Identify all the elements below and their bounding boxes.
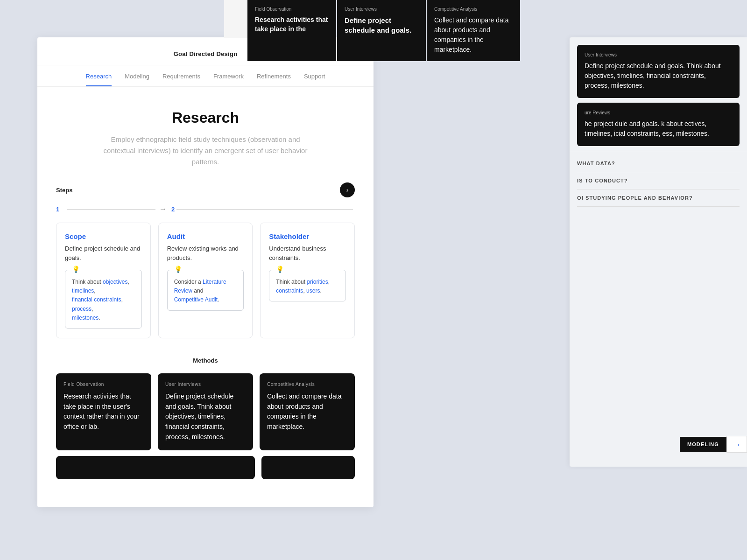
modeling-button-container[interactable]: MODELING → — [680, 436, 747, 453]
link-competitive-audit[interactable]: Competitive Audit — [174, 296, 218, 303]
right-panel: User Interviews Define project schedule … — [570, 37, 747, 467]
popup-field-observation-tag: Field Observation — [255, 7, 329, 12]
step-line-1 — [67, 209, 155, 210]
popup-user-interviews-tag: User Interviews — [345, 7, 418, 12]
tab-research[interactable]: Research — [86, 73, 112, 86]
methods-cards: Field Observation Research activities th… — [56, 373, 355, 450]
popup-competitive-analysis-card: Competitive Analysis Collect and compare… — [427, 0, 520, 61]
lightbulb-icon: 💡 — [71, 266, 81, 273]
popup-field-observation-card: Field Observation Research activities th… — [247, 0, 336, 61]
tab-modeling[interactable]: Modeling — [125, 73, 149, 86]
partial-card-2 — [261, 456, 355, 479]
modeling-arrow-icon[interactable]: → — [726, 436, 747, 453]
stakeholder-tip-box: 💡 Think about priorities, constraints, u… — [269, 270, 346, 301]
steps-progress: 1 → 2 — [37, 205, 374, 213]
scope-tip-box: 💡 Think about objectives, timelines, fin… — [65, 270, 142, 329]
right-lit-reviews-text: he project dule and goals. k about ectiv… — [585, 119, 732, 139]
comp-anal-tag: Competitive Analysis — [267, 382, 347, 387]
hero-description: Employ ethnographic field study techniqu… — [98, 134, 313, 168]
step-card-scope: Scope Define project schedule and goals.… — [56, 223, 151, 338]
step-arrow-icon: → — [159, 205, 167, 213]
tab-requirements[interactable]: Requirements — [162, 73, 200, 86]
right-panel-divider — [570, 151, 747, 151]
field-obs-tag: Field Observation — [63, 382, 144, 387]
audit-title: Audit — [167, 232, 244, 240]
scope-title: Scope — [65, 232, 142, 240]
popup-user-interviews-text: Define project schedule and goals. — [345, 15, 418, 35]
field-obs-desc: Research activities that take place in t… — [63, 392, 144, 432]
step-number-2: 2 — [171, 206, 175, 213]
right-lit-reviews-tag: ure Reviews — [585, 110, 732, 115]
partial-card-1 — [56, 456, 255, 479]
link-milestones[interactable]: milestones — [72, 315, 99, 321]
link-process[interactable]: process — [72, 306, 92, 312]
tab-refinements[interactable]: Refinements — [257, 73, 291, 86]
steps-header: Steps › — [37, 182, 374, 197]
steps-label: Steps — [56, 187, 72, 194]
step-line-2 — [176, 209, 353, 210]
step-card-audit: Audit Review existing works and products… — [158, 223, 253, 338]
link-financial-constraints[interactable]: financial constraints — [72, 296, 121, 303]
audit-tip-box: 💡 Consider a Literature Review and Compe… — [167, 270, 244, 311]
right-user-interviews-card: User Interviews Define project schedule … — [577, 45, 740, 98]
link-users[interactable]: users — [306, 287, 320, 294]
lightbulb-icon-2: 💡 — [173, 266, 183, 273]
right-questions-list: WHAT DATA? IS TO CONDUCT? OI STUDYING PE… — [570, 155, 747, 207]
modeling-button-label[interactable]: MODELING — [680, 437, 726, 452]
comp-anal-desc: Collect and compare data about products … — [267, 392, 347, 432]
step-number-1: 1 — [56, 206, 65, 213]
nav-tabs: Research Modeling Requirements Framework… — [37, 65, 374, 87]
link-objectives[interactable]: objectives — [103, 279, 127, 285]
methods-label: Methods — [56, 357, 355, 364]
scope-description: Define project schedule and goals. — [65, 244, 142, 262]
stakeholder-title: Stakeholder — [269, 232, 346, 240]
stakeholder-description: Understand business constraints. — [269, 244, 346, 262]
steps-cards: Scope Define project schedule and goals.… — [37, 223, 374, 338]
method-card-competitive-analysis: Competitive Analysis Collect and compare… — [260, 373, 355, 450]
link-timelines[interactable]: timelines — [72, 287, 94, 294]
hero-title: Research — [75, 109, 336, 126]
user-int-desc: Define project schedule and goals. Think… — [165, 392, 246, 442]
step-card-stakeholder: Stakeholder Understand business constrai… — [260, 223, 355, 338]
stakeholder-tip-text: Think about priorities, constraints, use… — [276, 278, 339, 295]
audit-description: Review existing works and products. — [167, 244, 244, 262]
methods-section: Methods Field Observation Research activ… — [37, 338, 374, 450]
tab-framework[interactable]: Framework — [213, 73, 244, 86]
steps-next-button[interactable]: › — [340, 182, 355, 197]
question-item-1: WHAT DATA? — [577, 155, 740, 172]
user-int-tag: User Interviews — [165, 382, 246, 387]
popup-user-interviews-card: User Interviews Define project schedule … — [337, 0, 426, 61]
lightbulb-icon-3: 💡 — [275, 266, 285, 273]
question-item-2: IS TO CONDUCT? — [577, 172, 740, 189]
tab-support[interactable]: Support — [304, 73, 325, 86]
chevron-right-icon: › — [346, 186, 349, 194]
right-user-interviews-tag: User Interviews — [585, 52, 732, 57]
popup-competitive-analysis-tag: Competitive Analysis — [434, 7, 513, 12]
link-priorities[interactable]: priorities — [307, 279, 328, 285]
question-item-3: OI STUDYING PEOPLE AND BEHAVIOR? — [577, 189, 740, 207]
right-user-interviews-text: Define project schedule and goals. Think… — [585, 61, 732, 91]
scope-tip-text: Think about objectives, timelines, finan… — [72, 278, 135, 322]
popup-competitive-analysis-text: Collect and compare data about products … — [434, 15, 513, 55]
method-card-user-interviews: User Interviews Define project schedule … — [158, 373, 253, 450]
popup-field-observation-text: Research activities that take place in t… — [255, 15, 329, 34]
right-panel-content: User Interviews Define project schedule … — [570, 37, 747, 146]
right-literature-reviews-card: ure Reviews he project dule and goals. k… — [577, 103, 740, 146]
method-card-field-observation: Field Observation Research activities th… — [56, 373, 151, 450]
audit-tip-text: Consider a Literature Review and Competi… — [174, 278, 237, 305]
link-constraints[interactable]: constraints — [276, 287, 303, 294]
link-literature-review[interactable]: Literature Review — [174, 279, 226, 294]
main-card: Goal Directed Design Research Modeling R… — [37, 37, 374, 507]
partial-bottom-cards — [37, 456, 374, 479]
hero-section: Research Employ ethnographic field study… — [37, 87, 374, 182]
